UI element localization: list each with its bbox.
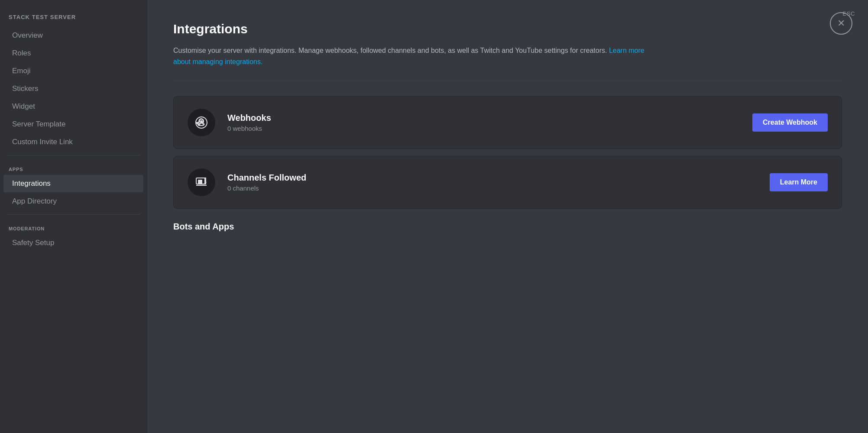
moderation-section-title: MODERATION bbox=[0, 219, 147, 234]
channels-svg-icon bbox=[194, 174, 209, 190]
sidebar-divider-2 bbox=[7, 214, 140, 215]
page-description: Customise your server with integrations.… bbox=[173, 45, 650, 67]
description-text: Customise your server with integrations.… bbox=[173, 47, 607, 54]
apps-section-title: APPS bbox=[0, 160, 147, 174]
sidebar-item-label: Integrations bbox=[12, 179, 51, 188]
webhooks-count: 0 webhooks bbox=[227, 125, 752, 132]
svg-point-1 bbox=[201, 120, 203, 123]
webhooks-info: Webhooks 0 webhooks bbox=[227, 113, 752, 132]
channels-followed-count: 0 channels bbox=[227, 184, 770, 192]
channels-followed-name: Channels Followed bbox=[227, 173, 770, 183]
sidebar-item-overview[interactable]: Overview bbox=[3, 27, 143, 44]
bots-apps-title: Bots and Apps bbox=[173, 222, 842, 232]
sidebar-item-label: App Directory bbox=[12, 197, 57, 206]
sidebar-item-label: Server Template bbox=[12, 120, 65, 129]
sidebar-item-safety-setup[interactable]: Safety Setup bbox=[3, 234, 143, 252]
webhooks-card: Webhooks 0 webhooks Create Webhook bbox=[173, 96, 842, 149]
sidebar-item-app-directory[interactable]: App Directory bbox=[3, 193, 143, 210]
create-webhook-button[interactable]: Create Webhook bbox=[752, 113, 828, 132]
main-content: Integrations Customise your server with … bbox=[147, 0, 868, 433]
close-button-wrapper: ✕ ESC bbox=[842, 10, 855, 17]
sidebar-item-server-template[interactable]: Server Template bbox=[3, 116, 143, 133]
channels-followed-card: Channels Followed 0 channels Learn More bbox=[173, 156, 842, 209]
section-divider bbox=[173, 80, 842, 81]
sidebar: STACK TEST SERVER Overview Roles Emoji S… bbox=[0, 0, 147, 433]
sidebar-item-label: Emoji bbox=[12, 67, 31, 75]
sidebar-moderation-section: Safety Setup bbox=[0, 234, 147, 252]
learn-more-button[interactable]: Learn More bbox=[770, 173, 828, 191]
sidebar-server-section: Overview Roles Emoji Stickers Widget Ser… bbox=[0, 27, 147, 151]
close-button[interactable]: ✕ bbox=[830, 12, 852, 35]
sidebar-item-label: Roles bbox=[12, 49, 31, 58]
channels-followed-icon bbox=[188, 168, 215, 196]
sidebar-apps-section: Integrations App Directory bbox=[0, 175, 147, 210]
sidebar-divider-1 bbox=[7, 155, 140, 155]
close-icon: ✕ bbox=[837, 18, 845, 29]
sidebar-item-custom-invite-link[interactable]: Custom Invite Link bbox=[3, 133, 143, 151]
sidebar-item-emoji[interactable]: Emoji bbox=[3, 62, 143, 80]
svg-point-3 bbox=[203, 123, 205, 125]
svg-rect-7 bbox=[198, 180, 202, 184]
sidebar-item-label: Safety Setup bbox=[12, 239, 54, 247]
svg-point-2 bbox=[198, 123, 200, 125]
sidebar-item-label: Widget bbox=[12, 102, 35, 111]
webhooks-icon bbox=[188, 109, 215, 136]
page-title: Integrations bbox=[173, 22, 842, 36]
sidebar-item-stickers[interactable]: Stickers bbox=[3, 80, 143, 97]
sidebar-item-roles[interactable]: Roles bbox=[3, 45, 143, 62]
sidebar-item-label: Stickers bbox=[12, 84, 38, 93]
sidebar-item-label: Overview bbox=[12, 31, 43, 40]
channels-followed-info: Channels Followed 0 channels bbox=[227, 173, 770, 192]
sidebar-item-label: Custom Invite Link bbox=[12, 138, 73, 146]
sidebar-item-integrations[interactable]: Integrations bbox=[3, 175, 143, 192]
webhook-svg-icon bbox=[194, 115, 209, 130]
webhooks-name: Webhooks bbox=[227, 113, 752, 123]
sidebar-item-widget[interactable]: Widget bbox=[3, 98, 143, 115]
server-title: STACK TEST SERVER bbox=[0, 10, 147, 26]
